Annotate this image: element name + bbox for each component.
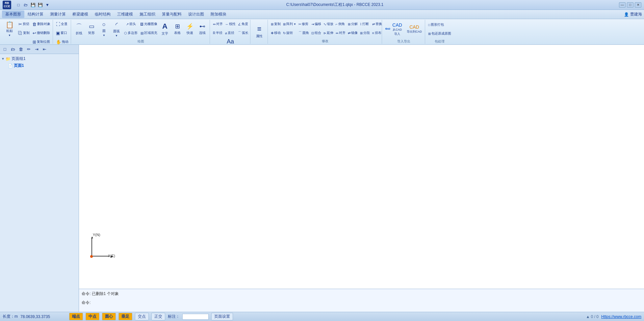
linear-dim-button[interactable]: ↔ 线性 <box>224 20 237 28</box>
mirror-button[interactable]: ⇄镜像 <box>347 29 359 37</box>
arrow-button[interactable]: ↗ 箭头 <box>123 20 139 28</box>
fill-icon: ▤ <box>141 31 143 35</box>
canvas-area[interactable]: Y(N) X(E) ▲ ▶ <box>79 45 644 289</box>
window-controls: — □ ✕ <box>619 2 641 8</box>
tree-page1-label: 页面1 <box>14 63 24 68</box>
menu-construction[interactable]: 施工组织 <box>136 11 159 18</box>
snap-midpoint-button[interactable]: 中点 <box>86 313 99 320</box>
menu-basic-shapes[interactable]: 基本图形 <box>2 11 24 18</box>
fast-button[interactable]: ⚡ 快速 <box>184 20 196 38</box>
raster-image-button[interactable]: 🖼 光栅图像 <box>139 20 158 28</box>
trim-button[interactable]: ✂修剪 <box>297 20 309 28</box>
array-button[interactable]: ⊞阵列▼ <box>282 20 297 28</box>
open-button[interactable]: 🗁 <box>22 2 29 8</box>
save-button[interactable]: 💾 <box>30 2 36 8</box>
window-button[interactable]: ▣ 窗口 <box>55 29 68 37</box>
new-button[interactable]: □ <box>15 2 22 8</box>
fullview-button[interactable]: ⛶ 全显 <box>55 20 68 28</box>
copy2-icon: ⊞ <box>271 22 273 26</box>
menu-addons[interactable]: 附加模块 <box>207 11 230 18</box>
panel-indent-button[interactable]: ⇥ <box>33 46 40 53</box>
delete-obj-button[interactable]: 🗑 删除对象 <box>31 20 51 28</box>
menu-3d-model[interactable]: 三维建模 <box>114 11 136 18</box>
expand-icon: ▼ <box>1 57 5 61</box>
snap-endpoint-button[interactable]: 端点 <box>69 313 83 320</box>
undo-delete-button[interactable]: ↩ 撤销删除 <box>31 29 51 37</box>
import-cad-button[interactable]: CAD ⬇ CAD 从CAD导入 <box>384 25 404 34</box>
cut-button[interactable]: ✂ 剪切 <box>17 20 31 28</box>
snap-perpendicular-button[interactable]: 垂足 <box>118 313 132 320</box>
copy-icon: ⿻ <box>18 31 22 35</box>
saveas-button[interactable]: 💾 <box>37 2 43 8</box>
chamfer-icon: ⌐ <box>336 22 338 26</box>
chamfer-button[interactable]: ⌐倒角 <box>335 20 346 28</box>
snap-center-button[interactable]: 圆心 <box>102 313 116 320</box>
break-button[interactable]: ⌇打断 <box>359 20 370 28</box>
connect-button[interactable]: ⊷ 连续 <box>196 20 208 38</box>
restore-button[interactable]: ⊞ 包还原成原图 <box>427 29 452 38</box>
rotate-button[interactable]: ↻旋转 <box>282 29 294 37</box>
snap-intersection-button[interactable]: 交点 <box>135 313 149 320</box>
region-fill-button[interactable]: ▤ 区域填充 <box>139 29 158 37</box>
arc-button[interactable]: ◜ 圆弧 ▼ <box>111 20 122 38</box>
segment-button[interactable]: ⊞分段 <box>359 29 371 37</box>
fast-icon: ⚡ <box>186 23 193 30</box>
offset-button[interactable]: ⇥偏移 <box>310 20 322 28</box>
paste-button[interactable]: 📋 粘贴 ▼ <box>3 20 16 38</box>
align-dim-button[interactable]: ⇔ 对齐 <box>212 20 224 28</box>
circle-button[interactable]: ○ 圆 ▼ <box>98 20 110 38</box>
panel-open-button[interactable]: 🗁 <box>9 46 16 53</box>
snap-ortho-button[interactable]: 正交 <box>151 313 165 320</box>
radius-dim-button[interactable]: R 半径 <box>212 29 223 37</box>
more-button[interactable]: ▼ <box>44 2 51 8</box>
export-cad-button[interactable]: CAD 导出到CAD <box>404 25 424 34</box>
annotation-label-input[interactable] <box>182 314 209 320</box>
tree-node-group1[interactable]: ▼ 📁 页面组1 <box>1 55 77 62</box>
copy-modify-button[interactable]: ⊞复制 <box>270 20 282 28</box>
diameter-dim-button[interactable]: ⌀ 直径 <box>224 29 235 37</box>
move-button[interactable]: ✥移动 <box>270 29 282 37</box>
group-button[interactable]: ⊡组合 <box>310 29 322 37</box>
replace-button[interactable]: ⇌替换 <box>371 20 383 28</box>
table-button[interactable]: ⊞ 表格 <box>171 20 183 38</box>
menu-structural-calc[interactable]: 结构计算 <box>24 11 47 18</box>
panel-rename-button[interactable]: ✏ <box>25 46 32 53</box>
rotate-icon: ↻ <box>283 31 286 35</box>
scale-button[interactable]: ⤡缩放 <box>322 20 334 28</box>
coordinate-system: Y(N) X(E) ▲ ▶ <box>89 233 115 259</box>
close-button[interactable]: ✕ <box>635 2 641 8</box>
shape-pack-button[interactable]: □ 图形打包 <box>427 20 445 29</box>
copy-button[interactable]: ⿻ 复制 <box>17 29 31 37</box>
menu-quantity[interactable]: 算量与配料 <box>159 11 185 18</box>
title-text: C:\Users\hai07\Documents\工程1.qlqx - RBCC… <box>51 2 619 8</box>
align-modify-button[interactable]: ⇔对齐 <box>335 29 347 37</box>
page-setting-button[interactable]: 页面设置 <box>211 313 233 320</box>
properties-button[interactable]: ≡ 属性 <box>252 22 266 41</box>
rect-icon: ▭ <box>89 23 94 30</box>
arrange-button[interactable]: ≡排布 <box>371 29 382 37</box>
minimize-button[interactable]: — <box>619 2 626 8</box>
decompose-button[interactable]: ⊞分解 <box>347 20 359 28</box>
panel-outdent-button[interactable]: ⇤ <box>41 46 48 53</box>
angle-dim-button[interactable]: ∠ 角度 <box>237 20 249 28</box>
polygon-button[interactable]: ⬡ 多边形 <box>123 29 139 37</box>
rect-button[interactable]: ▭ 矩形 <box>86 20 97 38</box>
arrange-icon: ≡ <box>372 31 374 35</box>
website-link[interactable]: Https://www.rbcce.com <box>601 314 641 319</box>
command-input[interactable] <box>92 301 158 305</box>
extend-button[interactable]: ⊳延伸 <box>322 29 334 37</box>
round-button[interactable]: ⌒圆角 <box>297 29 310 37</box>
tree-node-page1[interactable]: 📄 页面1 <box>1 62 77 69</box>
maximize-button[interactable]: □ <box>627 2 633 8</box>
panel-new-button[interactable]: □ <box>1 46 9 53</box>
menu-measure-calc[interactable]: 测量计算 <box>47 11 69 18</box>
panel-delete-button[interactable]: 🗑 <box>17 46 24 53</box>
menu-temp-structure[interactable]: 临时结构 <box>91 11 114 18</box>
menu-design-drawing[interactable]: 设计出图 <box>185 11 207 18</box>
menu-bridge-model[interactable]: 桥梁建模 <box>69 11 91 18</box>
arclen-dim-button[interactable]: ⌒ 弧长 <box>237 29 249 37</box>
app-logo: RBCCE <box>3 1 11 9</box>
text-icon: A <box>162 22 167 31</box>
polyline-button[interactable]: ⌒ 折线 <box>73 20 85 38</box>
text-button[interactable]: A 文字 <box>159 20 171 38</box>
